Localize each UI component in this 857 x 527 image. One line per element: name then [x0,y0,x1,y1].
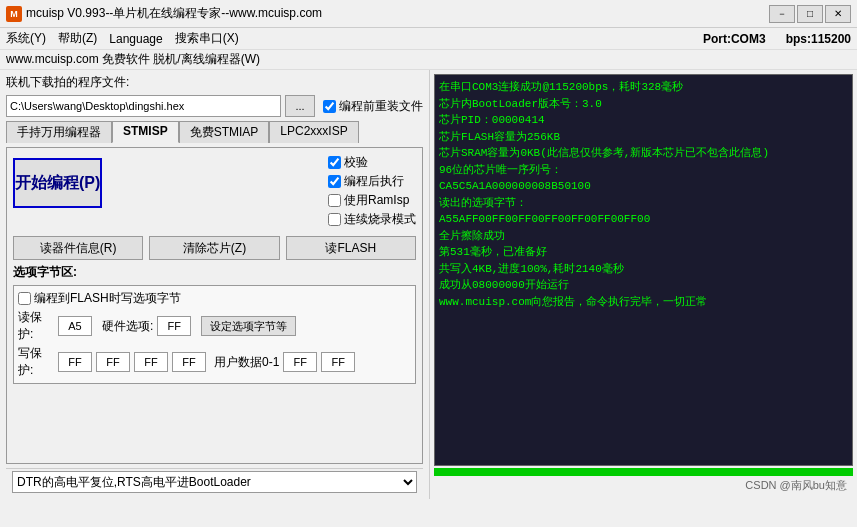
option-section: 编程到FLASH时写选项字节 读保护: 硬件选项: 设定选项字节等 写保护: 用… [13,285,416,384]
watermark: CSDN @南风bu知意 [434,476,853,495]
tab-lpc[interactable]: LPC2xxxISP [269,121,358,143]
write-prot-input-2[interactable] [134,352,168,372]
tab-stmisp[interactable]: STMISP [112,121,179,143]
user-data-input-0[interactable] [283,352,317,372]
erase-chip-btn[interactable]: 清除芯片(Z) [149,236,279,260]
check-exec-after-label: 编程后执行 [344,173,404,190]
hw-opt-input[interactable] [157,316,191,336]
tab-stmiap[interactable]: 免费STMIAP [179,121,270,143]
check-write-option[interactable]: 编程到FLASH时写选项字节 [18,290,411,307]
prog-and-check: 开始编程(P) 校验 编程后执行 使用RamIsp [13,154,416,228]
check-verify-input[interactable] [328,156,341,169]
write-prot-input-3[interactable] [172,352,206,372]
bps-info: bps:115200 [786,32,851,46]
progress-bar-container [434,468,853,476]
option-label: 选项字节区: [13,265,77,279]
check-ramisp[interactable]: 使用RamIsp [328,192,416,209]
check-exec-after[interactable]: 编程后执行 [328,173,416,190]
check-continuous-label: 连续烧录模式 [344,211,416,228]
window-controls: － □ ✕ [769,5,851,23]
title-bar: M mcuisp V0.993--单片机在线编程专家--www.mcuisp.c… [0,0,857,28]
menu-help[interactable]: 帮助(Z) [58,30,97,47]
left-panel: 联机下载拍的程序文件: ... 编程前重装文件 手持万用编程器 STMISP 免… [0,70,430,499]
set-option-btn[interactable]: 设定选项字节等 [201,316,296,336]
check-ramisp-input[interactable] [328,194,341,207]
reload-checkbox-label[interactable]: 编程前重装文件 [323,98,423,115]
file-row: 联机下载拍的程序文件: [6,74,423,91]
close-button[interactable]: ✕ [825,5,851,23]
menu-search-port[interactable]: 搜索串口(X) [175,30,239,47]
check-write-option-label: 编程到FLASH时写选项字节 [34,290,181,307]
tab-handheld[interactable]: 手持万用编程器 [6,121,112,143]
read-flash-btn[interactable]: 读FLASH [286,236,416,260]
read-device-btn[interactable]: 读器件信息(R) [13,236,143,260]
file-label: 联机下载拍的程序文件: [6,74,129,91]
action-btns: 读器件信息(R) 清除芯片(Z) 读FLASH [13,236,416,260]
hw-opt-label: 硬件选项: [102,318,153,335]
reload-label: 编程前重装文件 [339,98,423,115]
user-data-label: 用户数据0-1 [214,354,279,371]
read-prot-input[interactable] [58,316,92,336]
toolbar-bar: www.mcuisp.com 免费软件 脱机/离线编程器(W) [0,50,857,70]
toolbar-text: www.mcuisp.com 免费软件 脱机/离线编程器(W) [6,51,260,68]
progress-bar [434,468,853,476]
check-verify-label: 校验 [344,154,368,171]
write-prot-input-1[interactable] [96,352,130,372]
program-button[interactable]: 开始编程(P) [13,158,102,208]
check-ramisp-label: 使用RamIsp [344,192,409,209]
file-input-row: ... 编程前重装文件 [6,95,423,117]
tab-content: 开始编程(P) 校验 编程后执行 使用RamIsp [6,147,423,464]
menu-language[interactable]: Language [109,32,162,46]
app-icon: M [6,6,22,22]
write-prot-input-0[interactable] [58,352,92,372]
checkboxes-col: 校验 编程后执行 使用RamIsp 连续烧录模式 [328,154,416,228]
bottom-bar: DTR的高电平复位,RTS高电平进BootLoader [6,468,423,495]
file-path-input[interactable] [6,95,281,117]
maximize-button[interactable]: □ [797,5,823,23]
write-prot-label: 写保护: [18,345,54,379]
right-panel: 在串口COM3连接成功@115200bps，耗时328毫秒 芯片内BootLoa… [430,70,857,499]
read-prot-row: 读保护: 硬件选项: 设定选项字节等 [18,309,411,343]
reload-checkbox[interactable] [323,100,336,113]
write-prot-row: 写保护: 用户数据0-1 [18,345,411,379]
minimize-button[interactable]: － [769,5,795,23]
option-section-label: 选项字节区: [13,264,416,281]
check-continuous[interactable]: 连续烧录模式 [328,211,416,228]
boot-mode-select[interactable]: DTR的高电平复位,RTS高电平进BootLoader [12,471,417,493]
tabs: 手持万用编程器 STMISP 免费STMIAP LPC2xxxISP [6,121,423,143]
browse-button[interactable]: ... [285,95,315,117]
menubar: 系统(Y) 帮助(Z) Language 搜索串口(X) Port:COM3 b… [0,28,857,50]
prog-btn-wrap: 开始编程(P) [13,154,318,212]
main-area: 联机下载拍的程序文件: ... 编程前重装文件 手持万用编程器 STMISP 免… [0,70,857,499]
check-continuous-input[interactable] [328,213,341,226]
user-data-input-1[interactable] [321,352,355,372]
check-exec-after-input[interactable] [328,175,341,188]
menu-system[interactable]: 系统(Y) [6,30,46,47]
check-write-option-input[interactable] [18,292,31,305]
output-area[interactable]: 在串口COM3连接成功@115200bps，耗时328毫秒 芯片内BootLoa… [434,74,853,466]
check-verify[interactable]: 校验 [328,154,416,171]
read-prot-label: 读保护: [18,309,54,343]
port-info: Port:COM3 [703,32,766,46]
title-text: mcuisp V0.993--单片机在线编程专家--www.mcuisp.com [26,5,769,22]
